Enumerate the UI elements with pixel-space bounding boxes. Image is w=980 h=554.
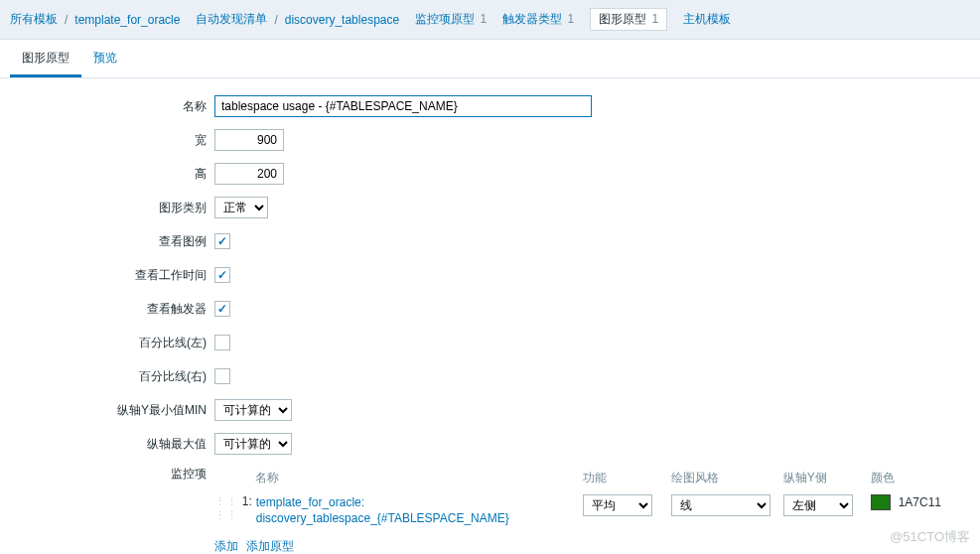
link-discovery-rule[interactable]: discovery_tablespace <box>285 13 399 27</box>
input-width[interactable] <box>214 129 284 151</box>
items-header: 名称 功能 绘图风格 纵轴Y侧 颜色 <box>214 466 949 492</box>
breadcrumb: 所有模板 / template_for_oracle 自动发现清单 / disc… <box>0 0 980 40</box>
checkbox-show-trig[interactable] <box>214 301 230 317</box>
header-name: 名称 <box>255 470 583 486</box>
link-add-prototype[interactable]: 添加原型 <box>246 538 294 554</box>
nav-graph-prototypes-active[interactable]: 图形原型 1 <box>590 8 667 31</box>
link-trigger-prototypes[interactable]: 触发器类型 <box>502 12 562 26</box>
header-color: 颜色 <box>871 470 949 486</box>
select-ymax[interactable]: 可计算的 <box>214 433 292 455</box>
label-ymin: 纵轴Y最小值MIN <box>0 402 214 419</box>
checkbox-show-legend[interactable] <box>214 233 230 249</box>
select-graphtype[interactable]: 正常 <box>214 197 268 218</box>
nav-item-prototypes[interactable]: 监控项原型 1 <box>415 11 487 28</box>
link-add-item[interactable]: 添加 <box>214 538 238 554</box>
form: 名称 宽 高 图形类别 正常 查看图例 查看工作时间 查看触发器 百分比线(左)… <box>0 78 980 554</box>
label-show-work: 查看工作时间 <box>0 267 214 284</box>
item-index: 1: <box>236 494 256 508</box>
header-side: 纵轴Y侧 <box>783 470 872 486</box>
tab-graph-prototype[interactable]: 图形原型 <box>10 40 81 77</box>
input-height[interactable] <box>214 163 284 185</box>
drag-handle-icon[interactable]: ⋮⋮⋮⋮ <box>214 495 238 521</box>
count-item-prototypes: 1 <box>481 12 488 26</box>
link-discovery-list[interactable]: 自动发现清单 <box>196 11 267 28</box>
tab-preview[interactable]: 预览 <box>81 40 129 77</box>
breadcrumb-sep: / <box>65 13 68 27</box>
header-draw: 绘图风格 <box>671 470 783 486</box>
color-swatch[interactable] <box>871 494 891 510</box>
count-trigger-prototypes: 1 <box>568 12 575 26</box>
label-height: 高 <box>0 166 214 183</box>
select-draw[interactable]: 线 <box>671 494 770 516</box>
link-item-name[interactable]: template_for_oracle: discovery_tablespac… <box>256 495 509 525</box>
checkbox-show-work[interactable] <box>214 267 230 283</box>
watermark: @51CTO博客 <box>890 528 970 546</box>
link-host-templates[interactable]: 主机模板 <box>683 11 731 28</box>
items-block: 名称 功能 绘图风格 纵轴Y侧 颜色 ⋮⋮⋮⋮ 1: template_for_… <box>214 466 949 554</box>
label-name: 名称 <box>0 98 214 115</box>
label-width: 宽 <box>0 132 214 149</box>
checkbox-percent-left[interactable] <box>214 335 230 350</box>
input-name[interactable] <box>214 95 592 117</box>
link-item-prototypes[interactable]: 监控项原型 <box>415 12 475 26</box>
label-ymax: 纵轴最大值 <box>0 436 214 453</box>
count-graph-prototypes: 1 <box>652 12 659 26</box>
tabs: 图形原型 预览 <box>0 40 980 78</box>
label-show-trig: 查看触发器 <box>0 301 214 318</box>
label-graph-prototypes: 图形原型 <box>599 12 646 26</box>
label-percent-right: 百分比线(右) <box>0 368 214 385</box>
select-func[interactable]: 平均 <box>583 494 652 516</box>
checkbox-percent-right[interactable] <box>214 368 230 384</box>
select-side[interactable]: 左侧 <box>783 494 853 516</box>
link-template-name[interactable]: template_for_oracle <box>74 13 180 27</box>
item-row: ⋮⋮⋮⋮ 1: template_for_oracle: discovery_t… <box>214 492 949 534</box>
breadcrumb-sep: / <box>274 13 277 27</box>
label-graphtype: 图形类别 <box>0 200 214 216</box>
link-all-templates[interactable]: 所有模板 <box>10 11 58 28</box>
header-func: 功能 <box>583 470 671 486</box>
color-hex: 1A7C11 <box>899 495 941 509</box>
label-percent-left: 百分比线(左) <box>0 335 214 351</box>
label-show-legend: 查看图例 <box>0 233 214 250</box>
nav-trigger-prototypes[interactable]: 触发器类型 1 <box>502 11 574 28</box>
label-items: 监控项 <box>0 466 214 483</box>
items-footer: 添加 添加原型 <box>214 534 949 554</box>
select-ymin[interactable]: 可计算的 <box>214 399 292 421</box>
